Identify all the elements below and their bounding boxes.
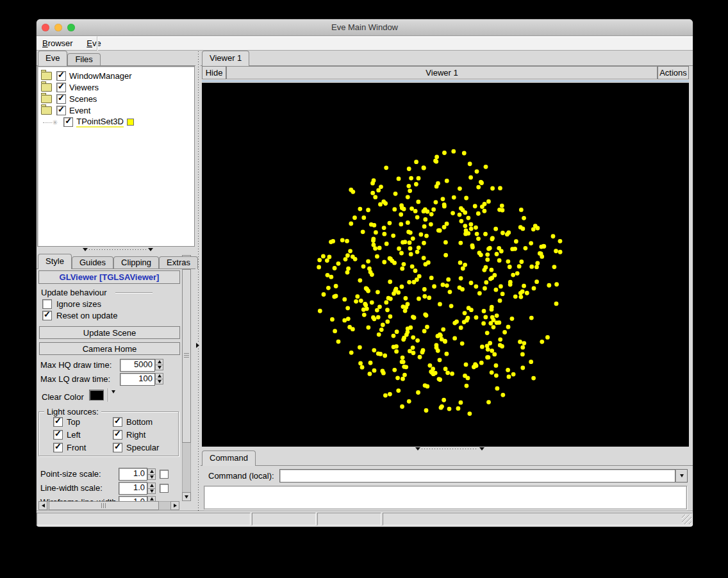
menu-browser[interactable]: Browser (37, 37, 79, 51)
left-hsplitter[interactable] (37, 247, 195, 253)
scroll-down-icon[interactable] (182, 492, 191, 501)
menubar-divider (97, 37, 97, 51)
folder-icon (41, 95, 52, 103)
collapse-right-icon[interactable] (196, 343, 199, 348)
tree-checkbox[interactable] (63, 117, 73, 127)
line-width-checkbox[interactable] (160, 484, 169, 493)
pointset-color-swatch[interactable] (127, 119, 134, 126)
clear-color-swatch[interactable] (89, 390, 104, 400)
spin-down-icon[interactable] (155, 365, 163, 371)
light-top-checkbox[interactable] (53, 417, 63, 427)
glviewer-link-button[interactable]: GLViewer [TGLSAViewer] (38, 270, 180, 284)
scroll-left-icon[interactable] (38, 501, 47, 510)
tree-item-label[interactable]: Scenes (69, 94, 97, 104)
splitter-dots (198, 51, 199, 511)
tab-command[interactable]: Command (202, 450, 256, 466)
light-left-checkbox[interactable] (53, 430, 63, 440)
reset-on-update-checkbox[interactable] (42, 311, 52, 320)
light-specular-checkbox[interactable] (113, 443, 122, 452)
gl-viewport-canvas[interactable] (202, 83, 689, 447)
line-width-entry[interactable]: 1.0 (119, 482, 147, 495)
ignore-sizes-checkbox[interactable] (42, 299, 52, 309)
max-lq-spinner[interactable] (155, 373, 163, 384)
left-tabbar: Eve Files (38, 51, 101, 66)
tree-checkbox[interactable] (56, 94, 66, 104)
viewer-title-strip[interactable]: Viewer 1 (226, 66, 658, 79)
tab-extras[interactable]: Extras (159, 256, 198, 269)
tree-checkbox[interactable] (56, 106, 66, 115)
light-left-label: Left (67, 430, 81, 440)
max-lq-entry[interactable]: 100 (120, 373, 155, 386)
collapse-down-icon[interactable] (479, 447, 484, 450)
tree-item-label[interactable]: WindowManager (69, 71, 132, 81)
hide-button[interactable]: Hide (202, 66, 226, 79)
tab-eve[interactable]: Eve (38, 51, 67, 66)
resize-grip[interactable] (682, 515, 691, 524)
wireframe-entry[interactable]: 1.0 (119, 496, 147, 501)
menu-eve[interactable]: Eve (81, 37, 106, 51)
light-bottom-checkbox[interactable] (113, 417, 122, 427)
tab-guides[interactable]: Guides (72, 256, 113, 269)
style-panel: GLViewer [TGLSAViewer] Update behaviour … (37, 269, 181, 501)
reset-on-update-row: Reset on update (42, 311, 117, 320)
spin-down-icon[interactable] (155, 379, 163, 385)
collapse-up-icon[interactable] (83, 248, 88, 251)
spin-up-icon[interactable] (155, 373, 163, 379)
max-hq-entry[interactable]: 5000 (120, 359, 155, 372)
command-output[interactable] (204, 486, 687, 509)
hscroll-thumb[interactable] (49, 501, 159, 510)
style-hscrollbar[interactable] (38, 501, 179, 510)
clear-color-dropdown[interactable] (112, 393, 115, 403)
tab-style[interactable]: Style (38, 254, 72, 269)
collapse-up-icon[interactable] (415, 447, 420, 450)
combo-dropdown-icon[interactable] (675, 469, 688, 483)
tree-item-label[interactable]: TPointSet3D (76, 117, 124, 128)
tree-item-label[interactable]: Viewers (69, 83, 99, 92)
camera-home-button[interactable]: Camera Home (39, 342, 180, 355)
line-width-spinner[interactable] (147, 483, 156, 494)
viewer-tabbase (201, 65, 693, 66)
point-size-entry[interactable]: 1.0 (119, 468, 147, 481)
collapse-down-icon[interactable] (148, 248, 153, 251)
wireframe-spinner[interactable] (147, 496, 156, 501)
actions-button[interactable]: Actions (658, 66, 689, 79)
light-right-checkbox[interactable] (113, 430, 122, 440)
tree-branch-line (43, 122, 52, 123)
tree-item-scenes[interactable]: Scenes (41, 93, 97, 104)
tree-checkbox[interactable] (56, 83, 66, 92)
tab-clipping[interactable]: Clipping (113, 256, 159, 269)
minimize-icon[interactable] (54, 24, 62, 31)
spin-down-icon[interactable] (147, 475, 156, 481)
tree-item-tpointset3d[interactable]: TPointSet3D (43, 116, 134, 128)
point-size-spinner[interactable] (147, 468, 156, 480)
main-vsplitter[interactable] (195, 51, 201, 511)
zoom-icon[interactable] (67, 24, 75, 31)
tree-item-event[interactable]: Event (41, 104, 90, 116)
folder-icon (41, 83, 52, 92)
spin-up-icon[interactable] (147, 496, 156, 501)
spin-up-icon[interactable] (155, 359, 163, 365)
tab-viewer-1[interactable]: Viewer 1 (202, 51, 249, 66)
close-icon[interactable] (42, 24, 49, 31)
pointset-icon (52, 117, 58, 127)
spin-down-icon[interactable] (147, 489, 156, 495)
tree-checkbox[interactable] (56, 71, 66, 81)
spin-up-icon[interactable] (147, 483, 156, 489)
tree-item-label[interactable]: Event (69, 106, 90, 115)
window-title: Eve Main Window (37, 19, 693, 36)
command-input[interactable] (279, 469, 675, 483)
update-scene-button[interactable]: Update Scene (39, 326, 180, 339)
viewer-hsplitter[interactable] (202, 447, 689, 452)
tree-item-viewers[interactable]: Viewers (41, 81, 99, 93)
tree-item-windowmanager[interactable]: WindowManager (41, 70, 132, 81)
style-vscrollbar[interactable] (182, 255, 191, 501)
light-bottom-row: Bottom (113, 417, 153, 427)
scroll-right-icon[interactable] (170, 501, 179, 510)
viewer-title: Viewer 1 (426, 68, 458, 78)
max-hq-spinner[interactable] (155, 359, 163, 370)
point-size-checkbox[interactable] (160, 470, 169, 479)
light-front-checkbox[interactable] (53, 443, 63, 452)
tab-files[interactable]: Files (67, 53, 100, 66)
spin-up-icon[interactable] (147, 468, 156, 475)
vscroll-thumb[interactable] (182, 269, 191, 443)
